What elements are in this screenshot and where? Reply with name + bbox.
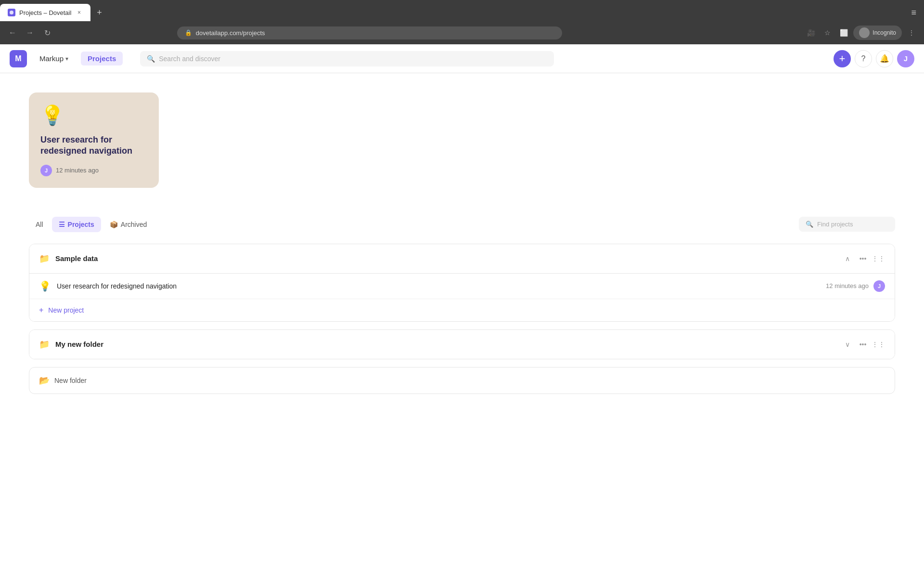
- folder-drag-btn-2[interactable]: ⋮⋮: [872, 338, 885, 351]
- svg-point-0: [10, 11, 13, 14]
- filter-all-tab[interactable]: All: [29, 217, 50, 232]
- folder-drag-btn[interactable]: ⋮⋮: [872, 252, 885, 265]
- main-content: 💡 User research for redesigned navigatio…: [0, 73, 924, 413]
- project-row-meta-0: 12 minutes ago J: [826, 280, 885, 292]
- folder-name-my-new-folder: My new folder: [55, 340, 835, 348]
- notifications-btn[interactable]: 🔔: [876, 50, 893, 67]
- workspace-name: Markup: [39, 54, 64, 63]
- refresh-btn[interactable]: ↻: [40, 26, 54, 39]
- folder-icon: 📁: [39, 253, 50, 264]
- new-project-label: New project: [48, 306, 84, 314]
- split-view-icon[interactable]: ⬜: [837, 26, 850, 39]
- new-folder-row[interactable]: 📂 New folder: [29, 367, 895, 394]
- address-input[interactable]: 🔒 dovetailapp.com/projects: [177, 26, 562, 39]
- bookmark-icon[interactable]: ☆: [821, 26, 834, 39]
- filter-projects-tab[interactable]: ☰ Projects: [52, 217, 101, 232]
- card-emoji: 💡: [40, 104, 147, 127]
- tab-close-btn[interactable]: ×: [75, 9, 83, 16]
- workspace-btn[interactable]: Markup ▾: [35, 52, 73, 66]
- projects-tab-icon: ☰: [59, 221, 65, 228]
- tab-menu-btn[interactable]: ≡: [911, 8, 924, 18]
- incognito-avatar: [859, 27, 870, 38]
- app-header: M Markup ▾ Projects 🔍 Search and discove…: [0, 44, 924, 73]
- tab-bar: Projects – Dovetail × + ≡: [0, 0, 924, 21]
- project-row-icon-0: 💡: [39, 280, 51, 292]
- workspace-avatar[interactable]: M: [10, 50, 27, 67]
- folder-actions-my-new-folder: ∨ ••• ⋮⋮: [841, 338, 885, 351]
- card-time: 12 minutes ago: [56, 167, 99, 174]
- recent-section: 💡 User research for redesigned navigatio…: [29, 92, 895, 188]
- card-footer: J 12 minutes ago: [40, 165, 147, 176]
- browser-menu-btn[interactable]: ⋮: [905, 26, 918, 39]
- new-tab-btn[interactable]: +: [92, 6, 106, 19]
- folder-actions-sample-data: ∧ ••• ⋮⋮: [841, 252, 885, 265]
- folder-sample-data: 📁 Sample data ∧ ••• ⋮⋮ 💡 User research f…: [29, 244, 895, 322]
- project-row-name-0: User research for redesigned navigation: [57, 282, 820, 290]
- cast-icon[interactable]: 🎥: [804, 26, 818, 39]
- filter-archived-label: Archived: [121, 221, 147, 228]
- archived-tab-icon: 📦: [110, 221, 118, 228]
- chevron-down-icon: ▾: [65, 55, 68, 62]
- folder-name-sample-data: Sample data: [55, 254, 835, 263]
- projects-nav-btn[interactable]: Projects: [81, 52, 123, 66]
- folder-more-btn[interactable]: •••: [856, 252, 870, 265]
- folder-collapse-btn-2[interactable]: ∨: [841, 338, 854, 351]
- bell-icon: 🔔: [880, 54, 889, 63]
- project-row-avatar-0: J: [873, 280, 885, 292]
- address-text: dovetailapp.com/projects: [196, 29, 265, 37]
- card-title: User research for redesigned navigation: [40, 134, 147, 157]
- forward-btn[interactable]: →: [23, 26, 37, 39]
- search-placeholder: Search and discover: [159, 55, 220, 63]
- header-actions: + ? 🔔 J: [834, 50, 914, 67]
- search-icon: 🔍: [147, 55, 155, 63]
- project-row-time-0: 12 minutes ago: [826, 282, 869, 289]
- project-card[interactable]: 💡 User research for redesigned navigatio…: [29, 92, 159, 188]
- address-bar-row: ← → ↻ 🔒 dovetailapp.com/projects 🎥 ☆ ⬜ I…: [0, 21, 924, 44]
- filter-archived-tab[interactable]: 📦 Archived: [103, 217, 154, 232]
- filter-projects-label: Projects: [68, 221, 94, 228]
- folder-more-btn-2[interactable]: •••: [856, 338, 870, 351]
- filter-section: All ☰ Projects 📦 Archived 🔍 Find project…: [29, 217, 895, 232]
- help-btn[interactable]: ?: [855, 50, 872, 67]
- project-row-0[interactable]: 💡 User research for redesigned navigatio…: [29, 274, 895, 299]
- incognito-label: Incognito: [873, 29, 896, 36]
- new-folder-icon: 📂: [39, 375, 50, 386]
- folder-header-my-new-folder: 📁 My new folder ∨ ••• ⋮⋮: [29, 330, 895, 359]
- filter-search-icon: 🔍: [806, 221, 813, 228]
- active-tab[interactable]: Projects – Dovetail ×: [0, 4, 90, 21]
- filter-search-placeholder: Find projects: [817, 221, 853, 228]
- back-btn[interactable]: ←: [6, 26, 19, 39]
- user-avatar[interactable]: J: [897, 50, 914, 67]
- incognito-btn[interactable]: Incognito: [853, 26, 902, 40]
- address-bar-icons: 🎥 ☆ ⬜ Incognito ⋮: [804, 26, 918, 40]
- header-search[interactable]: 🔍 Search and discover: [140, 51, 554, 66]
- folder-my-new-folder: 📁 My new folder ∨ ••• ⋮⋮: [29, 329, 895, 359]
- folder-collapse-btn[interactable]: ∧: [841, 252, 854, 265]
- folder-header-sample-data: 📁 Sample data ∧ ••• ⋮⋮: [29, 244, 895, 274]
- filter-all-label: All: [36, 221, 43, 228]
- new-folder-label: New folder: [54, 377, 87, 384]
- filter-search[interactable]: 🔍 Find projects: [799, 217, 895, 232]
- tab-favicon: [8, 9, 15, 16]
- browser-chrome: Projects – Dovetail × + ≡ ← → ↻ 🔒 doveta…: [0, 0, 924, 44]
- tab-title: Projects – Dovetail: [19, 9, 71, 16]
- new-project-plus-icon: +: [39, 306, 43, 315]
- add-btn[interactable]: +: [834, 50, 851, 67]
- filter-tabs: All ☰ Projects 📦 Archived: [29, 217, 154, 232]
- folder-icon-2: 📁: [39, 339, 50, 350]
- lock-icon: 🔒: [185, 29, 192, 36]
- card-user-avatar: J: [40, 165, 52, 176]
- new-project-row[interactable]: + New project: [29, 299, 895, 321]
